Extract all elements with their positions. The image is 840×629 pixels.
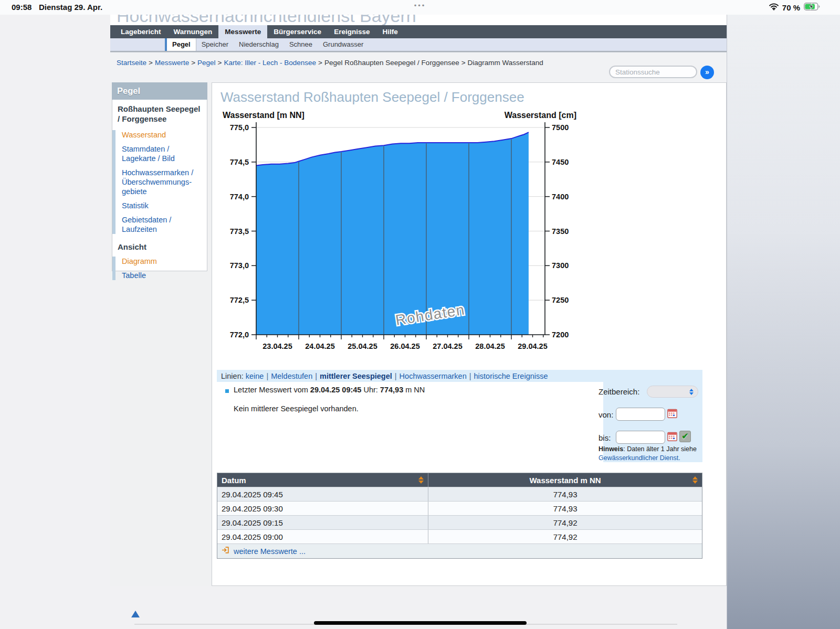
cell-datum: 29.04.2025 09:00 xyxy=(217,530,428,543)
subnav-item-grundwasser[interactable]: Grundwasser xyxy=(318,38,369,51)
battery-percent: 70 % xyxy=(782,3,800,12)
breadcrumb-link-startseite[interactable]: Startseite xyxy=(117,59,146,67)
bis-date-input[interactable] xyxy=(616,431,665,444)
search-submit-button[interactable]: » xyxy=(700,66,714,79)
von-label: von: xyxy=(598,410,613,419)
sidebar-header-pegel: Pegel xyxy=(112,82,207,100)
breadcrumb-separator: > xyxy=(216,59,224,67)
sidebar-item-gebietsdaten[interactable]: Gebietsdaten / Laufzeiten xyxy=(122,215,204,234)
sort-icon[interactable] xyxy=(418,476,424,484)
select-chevrons-icon xyxy=(689,389,694,395)
svg-text:23.04.25: 23.04.25 xyxy=(262,342,292,350)
breadcrumb: Startseite>Messwerte>Pegel>Karte: Iller … xyxy=(117,59,543,67)
apply-daterange-button[interactable]: ✔ xyxy=(679,431,691,442)
table-row: 29.04.2025 09:15 774,92 xyxy=(217,515,702,529)
ios-status-bar: 09:58 Dienstag 29. Apr. ••• 70 % xyxy=(0,0,840,15)
cell-wert: 774,93 xyxy=(428,487,702,501)
sidebar-item-hochwassermarken[interactable]: Hochwassermarken / Überschwemmungs-gebie… xyxy=(122,168,204,196)
sidebar-item-wasserstand[interactable]: Wasserstand xyxy=(122,130,204,140)
zeitbereich-select[interactable] xyxy=(647,386,698,398)
site-header-band: Hochwassernachrichtendienst Bayern xyxy=(110,15,727,25)
zeitbereich-label: Zeitbereich: xyxy=(598,387,639,396)
svg-text:772,0: 772,0 xyxy=(230,331,249,339)
table-row: 29.04.2025 09:45 774,93 xyxy=(217,487,702,501)
nav-item-messwerte[interactable]: Messwerte xyxy=(218,25,267,38)
cell-wert: 774,93 xyxy=(428,502,702,515)
nav-item-ereignisse[interactable]: Ereignisse xyxy=(328,25,376,38)
site-title: Hochwassernachrichtendienst Bayern xyxy=(117,15,727,25)
cell-datum: 29.04.2025 09:45 xyxy=(217,487,428,501)
last-measurement-value: 774,93 xyxy=(380,386,403,394)
svg-text:7400: 7400 xyxy=(552,193,569,201)
left-axis-label: Wasserstand [m NN] xyxy=(223,111,304,120)
cell-wert: 774,92 xyxy=(428,516,702,529)
breadcrumb-separator: > xyxy=(316,59,324,67)
subnav-item-pegel[interactable]: Pegel xyxy=(165,38,196,51)
nav-item-warnungen[interactable]: Warnungen xyxy=(167,25,219,38)
subnav-item-schnee[interactable]: Schnee xyxy=(284,38,318,51)
subnav-spacer xyxy=(110,38,165,51)
linien-option-mittlerer-seespiegel[interactable]: mittlerer Seespiegel xyxy=(320,372,392,380)
bullet-square-icon xyxy=(225,389,229,393)
status-right-cluster: 70 % xyxy=(769,3,820,12)
multitasking-dots-icon[interactable]: ••• xyxy=(399,2,441,9)
svg-text:775,0: 775,0 xyxy=(230,123,249,132)
sidebar-item-statistik[interactable]: Statistik xyxy=(122,201,204,210)
nav-item-hilfe[interactable]: Hilfe xyxy=(376,25,404,38)
svg-text:773,0: 773,0 xyxy=(230,261,249,270)
main-navigation: Lagebericht Warnungen Messwerte Bürgerse… xyxy=(110,25,727,38)
calendar-icon[interactable] xyxy=(667,432,677,441)
no-mean-level-text: Kein mittlerer Seespiegel vorhanden. xyxy=(234,404,359,413)
linien-option-keine[interactable]: keine xyxy=(246,372,264,380)
linien-option-historische-ereignisse[interactable]: historische Ereignisse xyxy=(474,372,548,380)
svg-text:27.04.25: 27.04.25 xyxy=(433,342,462,350)
breadcrumb-link-pegel[interactable]: Pegel xyxy=(197,59,216,67)
column-header-wasserstand[interactable]: Wasserstand m NN xyxy=(428,473,702,487)
right-axis-label: Wasserstand [cm] xyxy=(494,111,576,120)
wifi-icon xyxy=(769,3,779,12)
measurements-table: Datum Wasserstand m NN 29.04.2025 09:45 … xyxy=(217,473,702,559)
nav-item-lagebericht[interactable]: Lagebericht xyxy=(114,25,167,38)
von-date-input[interactable] xyxy=(616,408,665,421)
bis-label: bis: xyxy=(598,433,611,442)
svg-text:26.04.25: 26.04.25 xyxy=(390,342,419,350)
svg-text:772,5: 772,5 xyxy=(230,296,249,304)
breadcrumb-link-karte[interactable]: Karte: Iller - Lech - Bodensee xyxy=(224,59,317,67)
cell-datum: 29.04.2025 09:15 xyxy=(217,516,428,529)
cell-wert: 774,92 xyxy=(428,530,702,543)
scroll-to-top-button[interactable] xyxy=(131,611,140,617)
nav-item-buergerservice[interactable]: Bürgerservice xyxy=(267,25,328,38)
sidebar-item-tabelle[interactable]: Tabelle xyxy=(122,271,204,280)
breadcrumb-separator: > xyxy=(146,59,155,67)
column-header-datum[interactable]: Datum xyxy=(217,473,428,487)
home-indicator[interactable] xyxy=(314,621,527,625)
more-measurements-link[interactable]: weitere Messwerte ... xyxy=(234,547,306,556)
hinweis-text: Hinweis: Daten älter 1 Jahr siehe xyxy=(598,445,709,454)
svg-text:7250: 7250 xyxy=(552,296,569,304)
linien-option-hochwassermarken[interactable]: Hochwassermarken xyxy=(400,372,467,380)
sidebar-station-name: Roßhaupten Seepegel / Forggensee xyxy=(118,104,204,124)
subnav-item-speicher[interactable]: Speicher xyxy=(196,38,234,51)
cell-datum: 29.04.2025 09:30 xyxy=(217,502,428,515)
table-header-row: Datum Wasserstand m NN xyxy=(217,473,702,487)
calendar-icon[interactable] xyxy=(667,409,677,418)
breadcrumb-link-messwerte[interactable]: Messwerte xyxy=(155,59,189,67)
svg-text:7300: 7300 xyxy=(552,261,569,270)
gewaesserkundlicher-dienst-link[interactable]: Gewässerkundlicher Dienst. xyxy=(598,454,680,462)
screen: 09:58 Dienstag 29. Apr. ••• 70 % Hochwas… xyxy=(0,0,840,629)
breadcrumb-separator: > xyxy=(189,59,197,67)
svg-text:24.04.25: 24.04.25 xyxy=(305,342,334,350)
last-measurement-line: Letzter Messwert vom 29.04.25 09:45 Uhr:… xyxy=(234,386,425,394)
station-search-input[interactable] xyxy=(609,66,697,78)
table-row: 29.04.2025 09:00 774,92 xyxy=(217,529,702,543)
breadcrumb-current-station: Pegel Roßhaupten Seepegel / Forggensee xyxy=(324,59,459,67)
linien-option-meldestufen[interactable]: Meldestufen xyxy=(271,372,312,380)
status-time: 09:58 xyxy=(12,3,32,12)
sidebar-item-diagramm[interactable]: Diagramm xyxy=(122,257,204,266)
sidebar-item-stammdaten[interactable]: Stammdaten / Lagekarte / Bild xyxy=(122,144,204,163)
svg-text:7350: 7350 xyxy=(552,227,569,236)
subnav-item-niederschlag[interactable]: Niederschlag xyxy=(234,38,284,51)
sort-icon[interactable] xyxy=(692,476,698,484)
line-options-row: Linien: keine|Meldestufen|mittlerer Sees… xyxy=(221,372,548,380)
battery-charging-icon xyxy=(804,3,820,12)
